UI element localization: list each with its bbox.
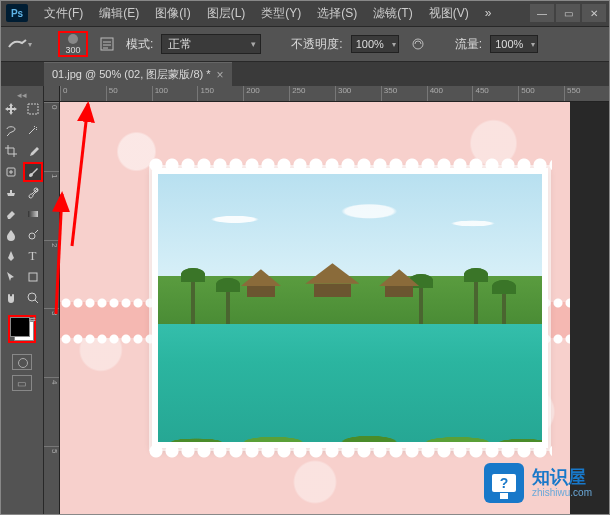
healing-brush-tool[interactable] <box>1 162 21 182</box>
photo-frame <box>152 168 548 448</box>
swap-colors-icon[interactable]: ⇄ <box>29 315 36 324</box>
maximize-button[interactable]: ▭ <box>556 4 580 22</box>
history-brush-tool[interactable] <box>23 183 43 203</box>
ruler-tick: 3 <box>44 308 59 377</box>
ruler-tick: 200 <box>243 86 289 101</box>
menu-select[interactable]: 选择(S) <box>309 1 365 26</box>
svg-point-8 <box>28 293 36 301</box>
current-tool-icon[interactable]: ▾ <box>6 33 34 55</box>
ruler-tick: 4 <box>44 377 59 446</box>
ruler-tick: 50 <box>106 86 152 101</box>
document-tab[interactable]: 01.jpg @ 50% (02, 图层蒙版/8) * × <box>44 62 232 86</box>
marquee-tool[interactable] <box>23 99 43 119</box>
hand-tool[interactable] <box>1 288 21 308</box>
menu-filter[interactable]: 滤镜(T) <box>365 1 420 26</box>
ruler-tick: 5 <box>44 446 59 515</box>
watermark-title: 知识屋 <box>532 468 592 488</box>
opacity-value: 100% <box>356 38 384 50</box>
menu-edit[interactable]: 编辑(E) <box>91 1 147 26</box>
document-canvas[interactable] <box>60 102 570 515</box>
toolbox: ◂◂ T <box>0 86 44 515</box>
lasso-tool[interactable] <box>1 120 21 140</box>
app-logo: Ps <box>6 4 28 22</box>
ruler-tick: 0 <box>60 86 106 101</box>
color-swatches[interactable]: ⇄ <box>8 315 36 343</box>
close-button[interactable]: ✕ <box>582 4 606 22</box>
ruler-tick: 400 <box>427 86 473 101</box>
menu-image[interactable]: 图像(I) <box>147 1 198 26</box>
ruler-tick: 500 <box>518 86 564 101</box>
menu-file[interactable]: 文件(F) <box>36 1 91 26</box>
magic-wand-tool[interactable] <box>23 120 43 140</box>
gradient-tool[interactable] <box>23 204 43 224</box>
blur-tool[interactable] <box>1 225 21 245</box>
menu-bar: Ps 文件(F) 编辑(E) 图像(I) 图层(L) 类型(Y) 选择(S) 滤… <box>0 0 610 26</box>
options-bar: ▾ 300 模式: 正常 不透明度: 100% 流量: 100% <box>0 26 610 62</box>
ruler-tick: 2 <box>44 240 59 309</box>
ruler-vertical[interactable]: 0 1 2 3 4 5 <box>44 102 60 515</box>
clone-stamp-tool[interactable] <box>1 183 21 203</box>
tab-close-icon[interactable]: × <box>217 68 224 82</box>
menu-type[interactable]: 类型(Y) <box>253 1 309 26</box>
move-tool[interactable] <box>1 99 21 119</box>
ruler-horizontal[interactable]: 0 50 100 150 200 250 300 350 400 450 500… <box>60 86 610 102</box>
ruler-tick: 100 <box>152 86 198 101</box>
toolbox-collapse-icon[interactable]: ◂◂ <box>0 90 43 98</box>
lace-decor <box>148 158 552 172</box>
photo-content <box>158 174 542 442</box>
watermark-url: zhishiwu.com <box>532 487 592 498</box>
ruler-tick: 150 <box>197 86 243 101</box>
watermark-icon: ? <box>484 463 524 503</box>
minimize-button[interactable]: — <box>530 4 554 22</box>
flow-label: 流量: <box>455 36 482 53</box>
ruler-origin[interactable] <box>44 86 60 102</box>
mode-label: 模式: <box>126 36 153 53</box>
flow-value: 100% <box>495 38 523 50</box>
dodge-tool[interactable] <box>23 225 43 245</box>
eyedropper-tool[interactable] <box>23 141 43 161</box>
quick-mask-toggle[interactable] <box>12 354 32 370</box>
ruler-tick: 350 <box>381 86 427 101</box>
menu-layer[interactable]: 图层(L) <box>199 1 254 26</box>
document-tab-title: 01.jpg @ 50% (02, 图层蒙版/8) * <box>52 67 211 82</box>
svg-rect-2 <box>28 104 38 114</box>
canvas-area: 0 50 100 150 200 250 300 350 400 450 500… <box>44 86 610 515</box>
document-tab-bar: 01.jpg @ 50% (02, 图层蒙版/8) * × <box>0 62 610 86</box>
eraser-tool[interactable] <box>1 204 21 224</box>
pen-tool[interactable] <box>1 246 21 266</box>
opacity-input[interactable]: 100% <box>351 35 399 53</box>
svg-point-6 <box>29 233 35 239</box>
ruler-tick: 300 <box>335 86 381 101</box>
ruler-tick: 450 <box>472 86 518 101</box>
menu-view[interactable]: 视图(V) <box>421 1 477 26</box>
watermark: ? 知识屋 zhishiwu.com <box>484 463 592 503</box>
brush-tool[interactable] <box>23 162 43 182</box>
screen-mode-toggle[interactable]: ▭ <box>12 375 32 391</box>
brush-size-preset[interactable]: 300 <box>58 31 88 57</box>
lace-decor <box>148 444 552 458</box>
flow-input[interactable]: 100% <box>490 35 538 53</box>
ruler-tick: 0 <box>44 102 59 171</box>
opacity-label: 不透明度: <box>291 36 342 53</box>
blend-mode-value: 正常 <box>168 36 192 53</box>
window-controls: — ▭ ✕ <box>530 4 606 22</box>
path-select-tool[interactable] <box>1 267 21 287</box>
svg-rect-5 <box>28 211 38 217</box>
ruler-tick: 550 <box>564 86 610 101</box>
zoom-tool[interactable] <box>23 288 43 308</box>
type-tool[interactable]: T <box>23 246 43 266</box>
brush-panel-toggle-icon[interactable] <box>96 33 118 55</box>
shape-tool[interactable] <box>23 267 43 287</box>
ruler-tick: 250 <box>289 86 335 101</box>
ruler-tick: 1 <box>44 171 59 240</box>
blend-mode-dropdown[interactable]: 正常 <box>161 34 261 54</box>
pressure-opacity-icon[interactable] <box>407 33 429 55</box>
svg-rect-7 <box>29 273 37 281</box>
crop-tool[interactable] <box>1 141 21 161</box>
brush-size-value: 300 <box>65 45 80 55</box>
foreground-color-swatch[interactable] <box>10 317 30 337</box>
menu-more-icon[interactable]: » <box>477 2 500 24</box>
